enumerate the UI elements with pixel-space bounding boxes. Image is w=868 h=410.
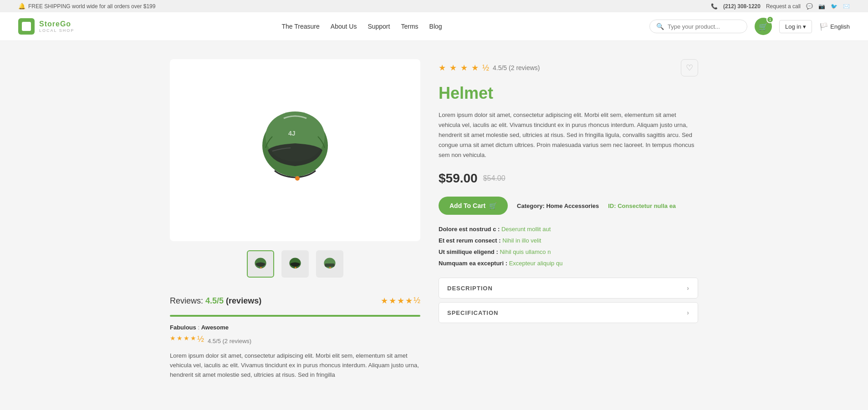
- svg-point-2: [295, 176, 300, 181]
- spec-value-4: Excepteur aliquip qu: [509, 260, 563, 267]
- top-bar: 🔔 FREE SHIPPING world wide for all order…: [0, 0, 868, 12]
- price-current: $59.00: [439, 171, 478, 186]
- logo-area: StoreGo LOCAL SHOP: [18, 18, 74, 35]
- spec-item-4: Numquam ea excepturi : Excepteur aliquip…: [439, 260, 698, 267]
- twitter-icon[interactable]: 🐦: [831, 3, 837, 10]
- logo-text: StoreGo LOCAL SHOP: [39, 20, 74, 33]
- accordion-specification: SPECIFICATION ›: [439, 302, 698, 323]
- product-thumbnails: [170, 250, 420, 278]
- lang-label: English: [830, 23, 850, 30]
- top-bar-left: 🔔 FREE SHIPPING world wide for all order…: [18, 3, 155, 10]
- logo-box: [18, 18, 35, 35]
- logo-sub: LOCAL SHOP: [39, 28, 74, 33]
- spec-item-3: Ut similique eligend : Nihil quis ullamc…: [439, 248, 698, 255]
- flag-icon: 🏳️: [819, 22, 828, 31]
- wishlist-button[interactable]: ♡: [681, 59, 698, 76]
- mini-star-4: ★: [190, 334, 196, 344]
- reviews-header: Reviews: 4.5/5 (reviews) ★ ★ ★ ★ ½: [170, 296, 420, 306]
- thumbnail-1[interactable]: [247, 250, 274, 278]
- category-label: Category:: [517, 202, 545, 209]
- product-images-section: 4J: [170, 59, 420, 380]
- product-rating-count: (2 reviews): [509, 64, 540, 71]
- review-mini-rating-text: 4.5/5 (2 reviews): [208, 338, 251, 344]
- logo-title: StoreGo: [39, 20, 74, 28]
- review-author: Fabulous: [170, 324, 196, 331]
- reviews-section: Reviews: 4.5/5 (reviews) ★ ★ ★ ★ ½ Fabul…: [170, 296, 420, 380]
- specs-list: Dolore est nostrud c : Deserunt mollit a…: [439, 226, 698, 267]
- header-right: 🔍 🛒 1 Log in ▾ 🏳️ English: [649, 18, 850, 35]
- spec-value-1: Deserunt mollit aut: [501, 226, 551, 233]
- price-area: $59.00 $54.00: [439, 171, 698, 186]
- accordion-description-label: DESCRIPTION: [447, 285, 493, 292]
- spec-label-2: Et est rerum consect :: [439, 237, 501, 244]
- spec-item-1: Dolore est nostrud c : Deserunt mollit a…: [439, 226, 698, 233]
- search-input[interactable]: [668, 23, 740, 30]
- search-icon: 🔍: [656, 23, 664, 30]
- language-selector[interactable]: 🏳️ English: [819, 22, 850, 31]
- spec-item-2: Et est rerum consect : Nihil in illo vel…: [439, 237, 698, 244]
- shipping-text: FREE SHIPPING world wide for all orders …: [28, 3, 155, 10]
- main-nav: The Treasure About Us Support Terms Blog: [282, 23, 442, 30]
- product-rating-row: ★ ★ ★ ★ ½ 4.5/5 (2 reviews) ♡: [439, 59, 698, 76]
- review-text: Lorem ipsum dolor sit amet, consectetur …: [170, 351, 420, 380]
- product-rating-score: 4.5/5: [493, 64, 507, 71]
- star-4: ★: [405, 296, 413, 306]
- product-main-image: 4J: [250, 105, 341, 196]
- id-value: Consectetur nulla ea: [618, 202, 676, 209]
- mini-star-3: ★: [184, 334, 189, 344]
- product-description: Lorem ipsum dolor sit amet, consectetur …: [439, 110, 698, 160]
- nav-the-treasure[interactable]: The Treasure: [282, 23, 320, 30]
- mini-star-2: ★: [177, 334, 183, 344]
- spec-value-3: Nihil quis ullamco n: [500, 248, 551, 255]
- star-1: ★: [381, 296, 388, 306]
- prod-star-3: ★: [460, 63, 468, 73]
- accordion-specification-arrow: ›: [687, 309, 689, 316]
- search-bar[interactable]: 🔍: [649, 20, 747, 33]
- review-author-rating: Awesome: [201, 324, 229, 331]
- reviews-stars: ★ ★ ★ ★ ½: [381, 296, 420, 306]
- category-value: Home Accessories: [546, 202, 599, 209]
- add-to-cart-button[interactable]: Add To Cart 🛒: [439, 197, 508, 215]
- product-info: ★ ★ ★ ★ ½ 4.5/5 (2 reviews) ♡ Helmet Lor…: [439, 59, 698, 380]
- svg-point-5: [260, 267, 262, 268]
- cart-icon: 🛒: [489, 202, 497, 209]
- main-image-container: 4J: [170, 59, 420, 241]
- reviews-title-area: Reviews: 4.5/5 (reviews): [170, 296, 261, 306]
- star-3: ★: [397, 296, 404, 306]
- star-2: ★: [389, 296, 396, 306]
- add-to-cart-label: Add To Cart: [449, 202, 485, 209]
- review-author-label: Fabulous : Awesome: [170, 324, 420, 331]
- email-icon[interactable]: ✉️: [843, 3, 850, 10]
- accordion: DESCRIPTION › SPECIFICATION ›: [439, 278, 698, 327]
- review-divider: [170, 315, 420, 317]
- svg-point-7: [295, 267, 296, 268]
- nav-support[interactable]: Support: [368, 23, 390, 30]
- nav-blog[interactable]: Blog: [429, 23, 442, 30]
- accordion-specification-header[interactable]: SPECIFICATION ›: [439, 303, 698, 323]
- accordion-description-arrow: ›: [687, 284, 689, 292]
- category-text: Category: Home Accessories: [517, 202, 599, 209]
- thumbnail-2[interactable]: [281, 250, 309, 278]
- cart-button[interactable]: 🛒 1: [755, 18, 772, 35]
- mini-star-5: ½: [197, 334, 204, 344]
- thumbnail-3[interactable]: [316, 250, 343, 278]
- reviews-rating-num: 4.5/5: [205, 296, 224, 305]
- review-mini-stars: ★ ★ ★ ★ ½: [170, 334, 204, 344]
- accordion-specification-label: SPECIFICATION: [447, 309, 498, 316]
- action-row: Add To Cart 🛒 Category: Home Accessories…: [439, 197, 698, 215]
- login-button[interactable]: Log in ▾: [779, 20, 812, 33]
- svg-point-10: [329, 267, 331, 268]
- accordion-description: DESCRIPTION ›: [439, 278, 698, 299]
- prod-star-1: ★: [439, 63, 446, 73]
- request-call-link[interactable]: Request a call: [766, 3, 801, 10]
- accordion-description-header[interactable]: DESCRIPTION ›: [439, 278, 698, 298]
- instagram-icon[interactable]: 📷: [818, 3, 825, 10]
- svg-text:4J: 4J: [288, 130, 296, 137]
- prod-star-2: ★: [449, 63, 457, 73]
- nav-about-us[interactable]: About Us: [331, 23, 357, 30]
- id-text: ID: Consectetur nulla ea: [608, 202, 676, 209]
- phone-number[interactable]: (212) 308-1220: [723, 3, 761, 10]
- svg-point-8: [324, 258, 335, 268]
- nav-terms[interactable]: Terms: [401, 23, 418, 30]
- whatsapp-icon[interactable]: 💬: [806, 3, 813, 10]
